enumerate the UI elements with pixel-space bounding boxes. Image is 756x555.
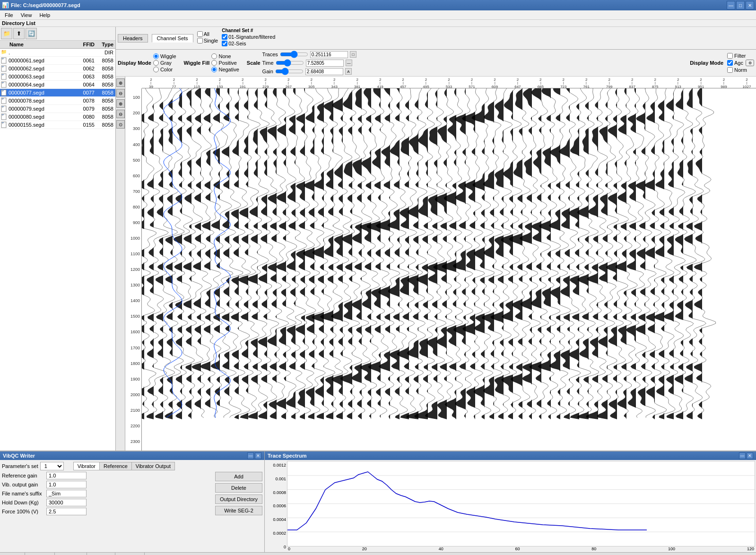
color-radio-label[interactable]: Color	[153, 67, 176, 72]
file-row-4[interactable]: 00000064.segd 0064 8058	[0, 81, 115, 89]
negative-radio-label[interactable]: Negative	[211, 67, 239, 72]
file-icon-8	[1, 113, 8, 120]
zoom-vertical-out-button[interactable]: ⊖	[116, 110, 125, 118]
y-tick-1000: 1000	[130, 236, 140, 241]
time-input[interactable]	[306, 60, 344, 67]
title-bar: 📊 File: C:/segd/00000077.segd — □ ✕	[0, 0, 756, 10]
file-row-8[interactable]: 00000080.segd 0080 8058	[0, 113, 115, 121]
wiggle-radio-label[interactable]: Wiggle	[153, 53, 176, 59]
all-label: All	[204, 31, 209, 37]
ch2-checkbox[interactable]	[222, 41, 227, 46]
maximize-button[interactable]: □	[736, 1, 745, 9]
param-set-select[interactable]: 1	[40, 462, 64, 470]
file-name-2: 00000062.segd	[9, 66, 44, 71]
filter-label[interactable]: Filter	[727, 53, 754, 59]
negative-radio[interactable]	[211, 67, 217, 72]
x-tick-4: 2191	[240, 78, 246, 88]
file-list-header: Name FFID Type	[0, 41, 115, 49]
all-checkbox[interactable]	[197, 31, 203, 37]
single-checkbox[interactable]	[197, 38, 203, 43]
vibrator-tab[interactable]: Vibrator	[74, 462, 100, 470]
vibqc-minimize-btn[interactable]: —	[247, 452, 254, 459]
delete-button[interactable]: Delete	[215, 483, 262, 493]
time-expand-btn[interactable]: —	[346, 60, 352, 66]
none-radio[interactable]	[211, 53, 217, 59]
gain-expand-btn[interactable]: A	[345, 68, 352, 75]
file-icon-1	[1, 57, 8, 64]
gain-input[interactable]	[305, 68, 343, 75]
status-chan: Chan=134	[55, 553, 87, 555]
x-tick-13: 2533	[446, 78, 452, 88]
menu-help[interactable]: Help	[35, 11, 54, 19]
menu-file[interactable]: File	[1, 11, 17, 19]
agc-settings-button[interactable]: ⚙	[746, 60, 754, 66]
file-row-1[interactable]: 00000061.segd 0061 8058	[0, 57, 115, 65]
x-tick-11: 2457	[400, 78, 406, 88]
force-input[interactable]	[46, 508, 87, 515]
hold-down-input[interactable]	[46, 499, 87, 506]
single-checkbox-label[interactable]: Single	[197, 38, 218, 43]
zoom-vertical-in-button[interactable]: ⊕	[116, 99, 125, 108]
norm-label[interactable]: Norm	[727, 67, 754, 73]
color-radio[interactable]	[153, 67, 159, 72]
traces-input[interactable]	[310, 51, 348, 58]
traces-expand-btn[interactable]: □	[350, 51, 356, 58]
zoom-out-button[interactable]: ⊖	[116, 89, 125, 97]
file-row-5[interactable]: 00000077.segd 0077 8058	[0, 89, 115, 97]
file-row-3[interactable]: 00000063.segd 0063 8058	[0, 73, 115, 81]
ref-gain-input[interactable]	[46, 472, 87, 479]
gray-radio-label[interactable]: Gray	[153, 60, 176, 66]
x-tick-10: 2419	[377, 78, 383, 88]
agc-checkbox[interactable]	[727, 60, 733, 66]
gray-radio[interactable]	[153, 60, 159, 66]
positive-radio[interactable]	[211, 60, 217, 66]
norm-checkbox[interactable]	[727, 67, 733, 73]
file-row-2[interactable]: 00000062.segd 0062 8058	[0, 65, 115, 73]
vibqc-row1: Parameter's set 1 Vibrator Reference Vib…	[2, 462, 262, 470]
file-row-6[interactable]: 00000078.segd 0078 8058	[0, 97, 115, 105]
refresh-button[interactable]: 🔄	[26, 28, 37, 39]
app-icon: 📊	[2, 2, 9, 9]
file-row-0[interactable]: 📁 . DIR	[0, 49, 115, 57]
gain-slider[interactable]	[275, 68, 304, 75]
file-row-7[interactable]: 00000079.segd 0079 8058	[0, 105, 115, 113]
filter-checkbox[interactable]	[727, 53, 733, 59]
time-slider[interactable]	[276, 59, 304, 67]
none-radio-label[interactable]: None	[211, 53, 239, 59]
file-row-9[interactable]: 00000155.segd 0155 8058	[0, 121, 115, 129]
vibqc-close-btn[interactable]: ✕	[255, 452, 261, 459]
svg-rect-22	[2, 114, 4, 115]
wiggle-radio[interactable]	[153, 53, 159, 59]
x-100: 100	[668, 546, 675, 551]
up-button[interactable]: ⬆	[13, 28, 25, 39]
positive-radio-label[interactable]: Positive	[211, 60, 239, 66]
spectrum-close-btn[interactable]: ✕	[747, 452, 753, 459]
vibrator-output-tab[interactable]: Vibrator Output	[132, 462, 174, 470]
file-ffid-3: 0063	[73, 74, 96, 79]
ch1-label[interactable]: 01-Signature/filtered	[222, 34, 275, 40]
file-suffix-input[interactable]	[46, 490, 87, 497]
output-directory-button[interactable]: Output Directory	[215, 494, 262, 504]
traces-slider[interactable]	[280, 51, 308, 58]
tab-headers[interactable]: Headers	[118, 34, 148, 43]
vib-gain-input[interactable]	[46, 481, 87, 488]
lower-panel: VibQC Writer — ✕ Parameter's set 1 Vibra…	[0, 451, 756, 552]
all-checkbox-label[interactable]: All	[197, 31, 218, 37]
agc-label[interactable]: Agc ⚙	[727, 60, 754, 66]
zoom-in-button[interactable]: ⊕	[116, 78, 125, 87]
menu-view[interactable]: View	[17, 11, 36, 19]
minimize-button[interactable]: —	[727, 1, 735, 9]
ch2-label[interactable]: 02-Seis	[222, 41, 275, 46]
add-button[interactable]: Add	[215, 472, 262, 481]
tab-channel-sets[interactable]: Channel Sets	[152, 34, 193, 43]
close-button[interactable]: ✕	[746, 1, 754, 9]
directory-list-label: Directory List	[0, 20, 756, 27]
x-tick-15: 2609	[492, 78, 498, 88]
spectrum-minimize-btn[interactable]: —	[739, 452, 746, 459]
write-seg2-button[interactable]: Write SEG-2	[215, 506, 262, 515]
zoom-reset-button[interactable]: ⊙	[116, 120, 125, 129]
open-folder-button[interactable]: 📁	[1, 28, 12, 39]
reference-tab[interactable]: Reference	[100, 462, 132, 470]
ch1-checkbox[interactable]	[222, 34, 227, 40]
svg-rect-20	[2, 107, 3, 108]
